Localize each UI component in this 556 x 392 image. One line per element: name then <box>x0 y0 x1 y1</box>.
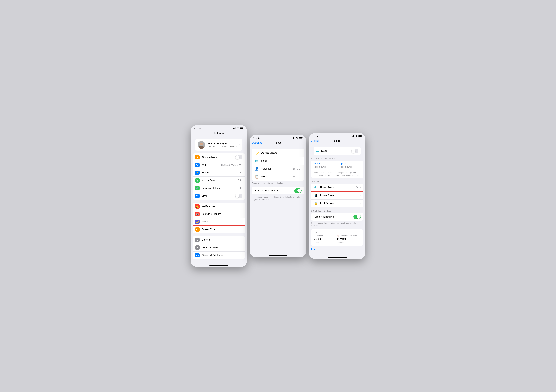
bedtime-toggle-row[interactable]: Turn on at Bedtime <box>311 213 363 221</box>
mobile-chevron: › <box>242 179 242 182</box>
focus-list: 🌙 Do Not Disturb › 🛏 Sleep › 👤 Personal … <box>252 149 304 181</box>
sleep-scroll[interactable]: 🛏 Sleep ALLOWED NOTIFICATIONS People › N… <box>309 144 365 254</box>
svg-rect-20 <box>352 136 352 137</box>
notifications-item[interactable]: 🔔 Notifications › <box>193 203 245 210</box>
svg-rect-15 <box>294 137 294 139</box>
work-value: Set Up <box>293 175 300 178</box>
hotspot-icon: 🔗 <box>195 186 200 190</box>
status-time-2: 11:23 ↗ <box>253 137 261 139</box>
home-bar-2 <box>250 252 306 257</box>
focus-status-item[interactable]: 👁 Focus Status On › <box>311 184 363 192</box>
focus-icon: 🌙 <box>195 220 200 224</box>
airplane-toggle[interactable] <box>235 155 242 159</box>
people-value: None allowed <box>314 166 335 168</box>
wifi-item[interactable]: Wi-Fi FRITZ!Box 7430 DW › <box>193 161 245 169</box>
personal-chevron: › <box>301 167 302 170</box>
personal-item[interactable]: 👤 Personal Set Up › <box>252 165 304 173</box>
airplane-label: Airplane Mode <box>201 156 235 159</box>
status-bar-2: 11:23 ↗ <box>250 135 306 141</box>
bedtime-toggle[interactable] <box>353 214 361 219</box>
general-group: ⚙ General › ◼ Control Centre › AA <box>193 236 245 259</box>
bluetooth-item[interactable]: ⚡ Bluetooth On › <box>193 169 245 177</box>
sleep-back-button[interactable]: ‹ Focus <box>311 140 319 142</box>
sleep-main-label: Sleep <box>321 149 351 152</box>
do-not-disturb-item[interactable]: 🌙 Do Not Disturb › <box>252 149 304 157</box>
focus-item[interactable]: 🌙 Focus › <box>193 218 245 226</box>
status-time-3: 11:24 ↗ <box>312 135 320 137</box>
sleep-main-toggle[interactable] <box>351 149 358 153</box>
dnd-icon: 🌙 <box>254 150 259 155</box>
lock-screen-chevron: › <box>360 202 361 205</box>
wifi-value: FRITZ!Box 7430 DW <box>218 164 241 166</box>
screentime-item[interactable]: ⏱ Screen Time › <box>193 226 245 233</box>
focus-scroll[interactable]: 🌙 Do Not Disturb › 🛏 Sleep › 👤 Personal … <box>250 146 306 252</box>
home-screen-item[interactable]: 📱 Home Screen › <box>311 192 363 200</box>
work-item[interactable]: 📋 Work Set Up › <box>252 173 304 181</box>
battery-icon-2 <box>299 137 303 139</box>
sleep-main-icon: 🛏 <box>316 149 319 153</box>
lock-screen-item[interactable]: 🔒 Lock Screen › <box>311 200 363 207</box>
bluetooth-label: Bluetooth <box>201 171 238 174</box>
home-bar-3 <box>309 254 365 259</box>
sounds-item[interactable]: 🔊 Sounds & Haptics › <box>193 210 245 218</box>
hotspot-item[interactable]: 🔗 Personal Hotspot Off › <box>193 184 245 192</box>
apps-value: None allowed <box>340 166 361 168</box>
sleep-focus-icon: 🛏 <box>254 158 259 163</box>
svg-rect-21 <box>353 136 353 137</box>
hotspot-value: Off <box>238 187 241 189</box>
settings-title: Settings <box>214 132 224 134</box>
share-devices-toggle[interactable] <box>294 188 302 193</box>
control-label: Control Centre <box>201 246 242 249</box>
focus-add-button[interactable]: + <box>302 141 304 145</box>
vpn-item[interactable]: VPN VPN <box>193 192 245 200</box>
status-bar-1: 11:23 ↗ <box>191 125 247 131</box>
control-icon: ◼ <box>195 245 200 250</box>
settings-scroll[interactable]: Asya Karapetyan Apple ID, iCloud, Media … <box>191 136 247 262</box>
signal-icon-2 <box>293 137 295 139</box>
apps-col[interactable]: Apps › None allowed <box>337 161 363 170</box>
wifi-icon-3 <box>355 135 357 137</box>
options-card: 👁 Focus Status On › 📱 Home Screen › 🔒 Lo… <box>311 184 363 207</box>
apps-title: Apps › <box>340 162 361 165</box>
screentime-chevron: › <box>242 228 242 231</box>
focus-back-button[interactable]: ‹ Settings <box>252 141 262 144</box>
share-devices-item[interactable]: Share Across Devices <box>252 187 304 195</box>
sleep-main-row[interactable]: 🛏 Sleep <box>314 147 361 155</box>
airplane-icon: ✈ <box>195 155 200 159</box>
wakeup-time: 07:00 <box>337 237 361 241</box>
svg-point-11 <box>201 144 201 144</box>
phone-focus: 11:23 ↗ ‹ Settings Focus + <box>250 135 306 257</box>
bluetooth-chevron: › <box>242 171 242 174</box>
svg-rect-1 <box>234 128 235 129</box>
bedtime-time: 22:00 <box>314 237 337 241</box>
svg-rect-5 <box>240 128 243 129</box>
personal-icon: 👤 <box>254 166 259 171</box>
vpn-toggle[interactable] <box>235 194 242 198</box>
svg-rect-6 <box>243 128 244 128</box>
control-item[interactable]: ◼ Control Centre › <box>193 244 245 251</box>
mobile-data-item[interactable]: 📡 Mobile Data Off › <box>193 177 245 184</box>
svg-rect-2 <box>235 127 235 129</box>
display-item[interactable]: AA Display & Brightness › <box>193 251 245 259</box>
signal-icon-3 <box>352 135 354 137</box>
turnon-caption: Sleep Focus will automatically turn on a… <box>309 221 365 227</box>
profile-name: Asya Karapetyan <box>207 142 239 145</box>
profile-row[interactable]: Asya Karapetyan Apple ID, iCloud, Media … <box>195 139 242 150</box>
display-icon: AA <box>195 253 200 258</box>
svg-rect-23 <box>354 135 354 137</box>
allowed-notif-top: People › None allowed Apps › None allowe… <box>311 161 363 170</box>
general-item[interactable]: ⚙ General › <box>193 236 245 244</box>
phone-sleep: 11:24 ↗ ‹ Focus Sleep 🛏 Sleep <box>309 133 365 259</box>
bedtime-col: 🛏 Bedtime 22:00 Today <box>314 235 337 244</box>
control-chevron: › <box>242 246 242 249</box>
people-col[interactable]: People › None allowed <box>311 161 337 170</box>
general-label: General <box>201 238 242 241</box>
airplane-mode-item[interactable]: ✈ Airplane Mode <box>193 153 245 161</box>
sleep-focus-item[interactable]: 🛏 Sleep › <box>252 157 304 165</box>
battery-icon-1 <box>240 127 244 129</box>
focus-chevron: › <box>242 220 242 223</box>
edit-link[interactable]: Edit <box>309 246 365 251</box>
mobile-label: Mobile Data <box>201 179 238 182</box>
notifications-icon: 🔔 <box>195 204 200 209</box>
sleep-focus-label: Sleep <box>261 159 301 162</box>
